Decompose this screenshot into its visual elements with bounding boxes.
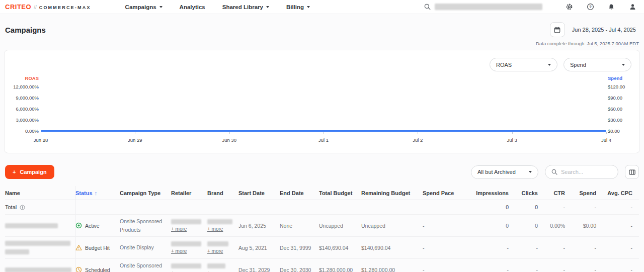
total-value-cell <box>120 200 171 214</box>
redacted-name <box>5 267 71 272</box>
settings-button[interactable] <box>564 2 575 13</box>
column-settings-button[interactable] <box>625 165 639 179</box>
column-header-impressions[interactable]: Impressions <box>467 186 515 200</box>
chart-line-series <box>41 130 606 132</box>
redacted-brand: + more <box>207 263 225 272</box>
plus-icon: + <box>13 169 16 175</box>
column-header-total-budget[interactable]: Total Budget <box>319 186 361 200</box>
table-toolbar: + Campaign All but Archived <box>5 165 639 179</box>
nav-item-shared-library[interactable]: Shared Library <box>222 4 269 10</box>
redacted-text-bar <box>171 241 201 246</box>
campaign-row[interactable]: Budget HitOnsite Display+ more+ moreAug … <box>5 237 639 259</box>
status-active-icon <box>75 222 82 229</box>
retailer-more-link[interactable]: + more <box>171 248 187 254</box>
column-header-label: Spend Pace <box>423 190 454 196</box>
add-campaign-button[interactable]: + Campaign <box>5 165 54 179</box>
x-axis-label: Jul 1 <box>318 137 329 143</box>
left-axis-title: ROAS <box>25 75 39 81</box>
column-header-spend[interactable]: Spend <box>571 186 602 200</box>
ctr-cell: - <box>544 259 571 272</box>
brand-more-link[interactable]: + more <box>207 226 223 232</box>
left-axis-tick: 0.00% <box>25 128 39 134</box>
column-header-label: CTR <box>553 190 565 196</box>
x-axis-tick <box>418 132 418 134</box>
column-header-remaining-budget[interactable]: Remaining Budget <box>361 186 423 200</box>
total-value-cell <box>361 200 423 214</box>
sort-asc-arrow: ↑ <box>95 190 98 196</box>
column-header-campaign-type[interactable]: Campaign Type <box>120 186 171 200</box>
criteo-wordmark: CRITEO <box>5 3 31 11</box>
page-header: Campaigns Jun 28, 2025 - Jul 4, 2025 <box>0 14 644 37</box>
status-scheduled-icon <box>75 266 82 272</box>
redacted-text-bar <box>171 263 201 268</box>
remaining-budget-cell: $140,690.04 <box>361 237 423 258</box>
nav-item-campaigns[interactable]: Campaigns <box>125 4 163 10</box>
spend-pace-cell: - <box>423 215 467 236</box>
search-icon <box>424 4 431 10</box>
table-search <box>545 165 618 179</box>
info-icon <box>20 205 25 210</box>
clicks-cell: 0 <box>515 215 544 236</box>
end-date-cell: Dec 30, 2030 <box>280 259 319 272</box>
column-header-label: Start Date <box>238 190 265 196</box>
left-axis-tick: 9,000.00% <box>16 95 39 101</box>
brand-logo[interactable]: CRITEO // COMMERCE-MAX <box>5 3 91 11</box>
table-search-input[interactable] <box>561 169 611 175</box>
global-search-input[interactable] <box>424 4 542 10</box>
help-button[interactable]: ? <box>585 2 596 13</box>
total-value-cell: 0 <box>467 200 515 214</box>
column-header-brand[interactable]: Brand <box>207 186 238 200</box>
redacted-brand: + more <box>207 219 232 232</box>
column-header-retailer[interactable]: Retailer <box>171 186 207 200</box>
column-header-name[interactable]: Name <box>5 186 75 200</box>
notifications-button[interactable] <box>606 2 617 13</box>
column-header-start-date[interactable]: Start Date <box>238 186 280 200</box>
campaign-row[interactable]: ActiveOnsite Sponsored Products+ more+ m… <box>5 215 639 237</box>
nav-item-label: Campaigns <box>125 4 156 10</box>
campaign-name-cell <box>5 215 75 236</box>
column-header-label: Clicks <box>522 190 538 196</box>
column-header-label: Retailer <box>171 190 191 196</box>
data-complete-link[interactable]: Jul 5, 2025 7:00AM EDT <box>587 41 639 46</box>
redacted-text-bar <box>207 263 225 268</box>
commerce-max-wordmark: COMMERCE-MAX <box>39 5 91 10</box>
impressions-cell: - <box>467 237 515 258</box>
status-filter-select[interactable]: All but Archived <box>471 165 538 179</box>
column-header-label: End Date <box>280 190 304 196</box>
retailer-more-link[interactable]: + more <box>171 226 187 232</box>
column-header-clicks[interactable]: Clicks <box>515 186 544 200</box>
column-header-label: Impressions <box>476 190 509 196</box>
campaign-type-cell: Onsite Sponsored Products <box>120 259 171 272</box>
impressions-cell: 0 <box>467 215 515 236</box>
account-button[interactable] <box>627 2 638 13</box>
avg-cpc-cell: - <box>602 237 638 258</box>
add-campaign-label: Campaign <box>20 169 46 175</box>
column-header-spend-pace[interactable]: Spend Pace <box>423 186 467 200</box>
redacted-text-bar <box>171 219 201 224</box>
brand-more-link[interactable]: + more <box>207 248 223 254</box>
column-header-label: Total Budget <box>319 190 352 196</box>
ctr-cell: 0.00% <box>544 215 571 236</box>
right-axis-tick: $60.00 <box>608 106 622 112</box>
right-axis-tick: $120.00 <box>608 84 625 90</box>
x-axis-tick <box>135 132 135 134</box>
primary-nav: CampaignsAnalyticsShared LibraryBilling <box>125 4 310 10</box>
column-header-end-date[interactable]: End Date <box>280 186 319 200</box>
ctr-cell: - <box>544 237 571 258</box>
nav-item-analytics[interactable]: Analytics <box>180 4 205 10</box>
columns-icon <box>628 168 636 176</box>
campaign-row[interactable]: ScheduledOnsite Sponsored Products+ more… <box>5 259 639 272</box>
redacted-text-bar <box>207 241 228 246</box>
total-value-cell: - <box>544 200 571 214</box>
topbar-actions: ? <box>424 2 638 13</box>
nav-item-billing[interactable]: Billing <box>286 4 310 10</box>
total-value-cell: - <box>571 200 602 214</box>
caret-down-icon <box>529 171 532 173</box>
column-header-avg-cpc[interactable]: Avg. CPC <box>602 186 638 200</box>
start-date-cell: Dec 31, 2029 <box>238 259 280 272</box>
column-header-status[interactable]: Status↑ <box>75 186 120 200</box>
caret-down-icon <box>266 6 269 8</box>
column-header-ctr[interactable]: CTR <box>544 186 571 200</box>
column-header-label: Brand <box>207 190 223 196</box>
calendar-button[interactable] <box>550 22 565 37</box>
